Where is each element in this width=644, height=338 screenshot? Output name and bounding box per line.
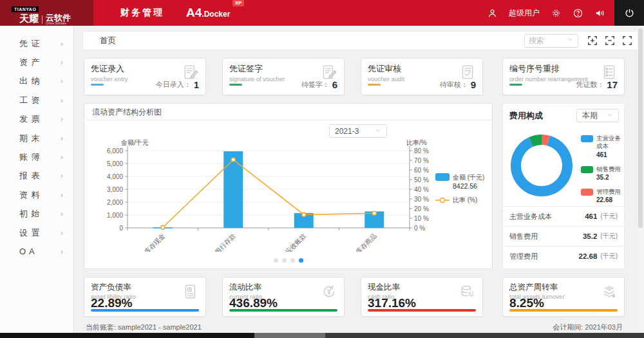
legend-swatch — [581, 166, 593, 173]
stat-card-order-rearrange[interactable]: 编号序号重排order number rearrangement凭证数：17 — [502, 58, 625, 95]
svg-text:80 %: 80 % — [414, 147, 429, 155]
stat-card-voucher-entry[interactable]: 凭证录入voucher entry今日录入：1 — [84, 58, 206, 95]
brand-name: 天耀 云软件 Online Software — [19, 13, 93, 25]
svg-text:60 %: 60 % — [414, 167, 429, 174]
user-name-label[interactable]: 超级用户 — [509, 8, 540, 19]
legend-value: 22.68 — [596, 196, 621, 204]
line-point — [372, 211, 376, 215]
chevron-right-icon: › — [61, 247, 64, 256]
legend-label: 管理费用22.68 — [596, 188, 621, 204]
stat-card-footer: 今日录入：1 — [91, 79, 199, 90]
pagination-dot[interactable] — [290, 258, 295, 263]
coins-icon — [459, 283, 476, 300]
expense-value: 22.68 — [579, 252, 598, 260]
stat-card-metric-value: 6 — [332, 79, 337, 90]
expense-rows: 主营业务成本461(千元)销售费用35.2(千元)管理费用22.68(千元) — [503, 206, 624, 266]
sidebar-item-voucher[interactable]: 凭 证› — [0, 34, 73, 53]
sidebar-item-report[interactable]: 报 表› — [0, 167, 73, 185]
kpi-progress-bar — [368, 309, 476, 312]
svg-text:比率 (%): 比率 (%) — [453, 196, 477, 203]
sidebar-item-salary[interactable]: 工 资› — [0, 91, 73, 109]
product-version-badge: XP — [232, 0, 245, 6]
doc-check-icon — [459, 64, 476, 80]
sidebar-item-data[interactable]: 资 料› — [0, 185, 73, 204]
kpi-progress-bar — [91, 309, 199, 312]
taskbar-strip — [0, 333, 644, 338]
accounting-period-label: 会计期间: 2021年03月 — [553, 323, 623, 332]
chart-period-select[interactable]: 2021-3 — [329, 124, 387, 138]
kpi-card-current-ratio: 流动比率current ratio436.89% — [222, 277, 345, 317]
gear-icon[interactable] — [551, 8, 562, 19]
expense-value: 461 — [585, 212, 597, 220]
scrollbar-thumb[interactable] — [638, 28, 643, 228]
line-point — [302, 212, 306, 216]
svg-text:金额 (千元): 金额 (千元) — [452, 174, 484, 181]
donut-slice-主营业务成本 — [516, 140, 567, 191]
kpi-progress-bar — [229, 309, 337, 312]
donut-legend-item: 主营业务成本461 — [581, 135, 624, 159]
sidebar-item-label: 账 簿 — [19, 151, 41, 163]
chevron-down-icon — [567, 36, 574, 45]
chevron-right-icon: › — [61, 134, 64, 143]
stat-card-voucher-signature[interactable]: 凭证签字signature of voucher待签字：6 — [222, 58, 345, 95]
sidebar-item-label: 资 料 — [19, 189, 41, 201]
sidebar-item-oa[interactable]: O A› — [0, 242, 73, 261]
sidebar-item-invoice[interactable]: 发 票› — [0, 110, 73, 129]
fullscreen-out-icon[interactable] — [605, 35, 615, 46]
line-point — [161, 225, 165, 229]
chevron-down-icon — [374, 127, 381, 136]
sidebar-item-cashier[interactable]: 出 纳› — [0, 72, 73, 91]
power-button[interactable] — [614, 0, 644, 26]
fullscreen-in-icon[interactable] — [587, 35, 598, 46]
announcement-icon[interactable] — [594, 8, 605, 19]
breadcrumb-home[interactable]: 首页 — [100, 35, 116, 46]
accent-dash — [91, 84, 104, 86]
cycle-icon — [321, 283, 337, 300]
user-icon[interactable] — [487, 8, 498, 19]
svg-text:1,000: 1,000 — [107, 212, 123, 219]
legend-label: 主营业务成本461 — [596, 135, 624, 159]
list-icon — [601, 64, 618, 80]
pagination-dot[interactable] — [299, 258, 303, 263]
stat-card-metric-label: 待签字： — [301, 80, 330, 89]
sidebar-item-ledger[interactable]: 账 簿› — [0, 147, 73, 166]
expense-value: 35.2 — [583, 232, 597, 240]
kpi-value: 436.89% — [229, 296, 278, 310]
svg-text:比率/%: 比率/% — [406, 140, 427, 146]
chevron-right-icon: › — [61, 229, 64, 238]
chevron-right-icon: › — [61, 209, 64, 218]
stat-card-voucher-audit[interactable]: 凭证审核voucher audit待审核：9 — [361, 58, 483, 95]
svg-text:0 %: 0 % — [414, 225, 425, 232]
legend-swatch — [581, 135, 593, 142]
expense-period-select[interactable]: 本期 — [576, 109, 619, 122]
breadcrumb-bar: 首页 搜索 — [82, 31, 641, 50]
stat-card-metric-label: 今日录入： — [156, 80, 191, 89]
sidebar-item-settings[interactable]: 设 置› — [0, 223, 73, 242]
help-icon[interactable] — [573, 8, 583, 19]
sidebar-item-period-end[interactable]: 期 末› — [0, 129, 73, 147]
kpi-card-asset-liability-ratio: 资产负债率asset libility ratio22.89% — [84, 277, 206, 317]
kpi-value: 317.16% — [368, 296, 416, 310]
pagination-dot[interactable] — [282, 258, 287, 263]
donut-legend-item: 销售费用35.2 — [581, 165, 624, 182]
search-select[interactable]: 搜索 — [524, 34, 578, 48]
svg-text:70 %: 70 % — [414, 157, 429, 164]
stat-card-metric-label: 凭证数： — [576, 80, 604, 89]
chevron-right-icon: › — [61, 96, 64, 105]
sidebar-item-asset[interactable]: 资 产› — [0, 53, 73, 71]
vertical-scrollbar[interactable] — [638, 26, 643, 333]
sidebar-item-label: 期 末 — [19, 133, 41, 144]
svg-text:8422.56: 8422.56 — [453, 182, 477, 190]
donut-legend-item: 管理费用22.68 — [581, 188, 624, 204]
legend-value: 461 — [596, 151, 624, 159]
sidebar-item-initial[interactable]: 初 始› — [0, 205, 73, 223]
pagination-dot[interactable] — [274, 258, 278, 263]
expense-unit: (千元) — [600, 232, 618, 241]
stat-card-metric-label: 待审核： — [440, 80, 468, 89]
accent-dash — [229, 84, 242, 86]
svg-text:20 %: 20 % — [414, 205, 429, 212]
fullscreen-icon[interactable] — [622, 35, 632, 46]
stat-card-metric-value: 17 — [607, 79, 618, 90]
app-window: TIANYAO 天耀 云软件 Online Software 财务管理 A4 .… — [0, 0, 644, 338]
top-header: TIANYAO 天耀 云软件 Online Software 财务管理 A4 .… — [0, 0, 644, 26]
